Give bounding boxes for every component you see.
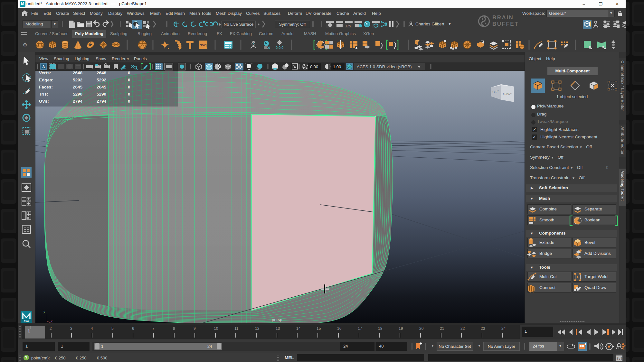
svg-text:2794: 2794 (73, 99, 83, 104)
svg-text:2648: 2648 (73, 71, 83, 75)
svg-text:0,0,0: 0,0,0 (276, 46, 283, 50)
svg-text:2645: 2645 (73, 85, 83, 89)
svg-text:0: 0 (128, 78, 130, 82)
svg-text:Faces:: Faces: (39, 85, 53, 89)
svg-text:2794: 2794 (97, 99, 107, 104)
svg-text:IPR: IPR (346, 24, 351, 27)
svg-text:ACES 1.0 SDR-video (sRGB): ACES 1.0 SDR-video (sRGB) (357, 64, 412, 69)
svg-text:A: A (42, 65, 45, 69)
svg-text:Edges:: Edges: (39, 78, 53, 82)
svg-text:y: y (43, 310, 45, 313)
svg-text:Verts:: Verts: (39, 71, 51, 75)
svg-text:1.00: 1.00 (333, 64, 341, 69)
svg-text:AYA: AYA (24, 320, 29, 323)
svg-text:0: 0 (128, 99, 130, 104)
svg-text:2648: 2648 (97, 71, 107, 75)
svg-text:5290: 5290 (97, 92, 106, 97)
svg-text:5292: 5292 (97, 78, 106, 82)
svg-text:svg: svg (200, 43, 207, 47)
svg-text:0.00: 0.00 (310, 64, 318, 69)
svg-text:2645: 2645 (97, 85, 107, 89)
svg-text:5292: 5292 (73, 78, 82, 82)
svg-text:ON: ON (347, 65, 351, 68)
svg-text:0: 0 (128, 71, 130, 75)
svg-text:{:}: {:} (617, 357, 622, 361)
svg-text:0: 0 (128, 92, 130, 97)
svg-text:5290: 5290 (73, 92, 82, 97)
svg-text:0: 0 (128, 85, 130, 89)
svg-text:Tris:: Tris: (39, 92, 48, 97)
svg-text:UVs:: UVs: (39, 99, 49, 104)
svg-text:persp: persp (272, 317, 282, 322)
svg-text:x: x (51, 320, 52, 323)
